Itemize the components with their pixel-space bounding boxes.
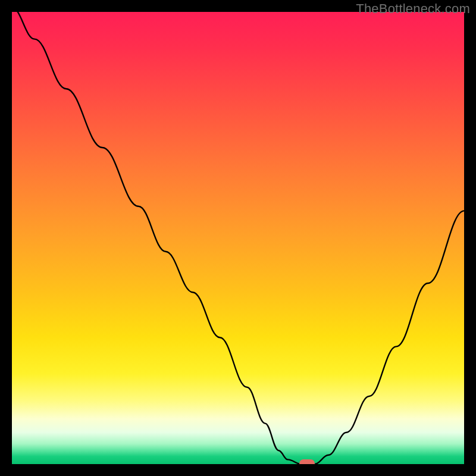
- optimal-marker: [299, 459, 315, 464]
- bottleneck-curve: [12, 12, 464, 464]
- plot-area: [12, 12, 464, 464]
- chart-frame: TheBottleneck.com: [0, 0, 476, 476]
- watermark-label: TheBottleneck.com: [356, 1, 470, 17]
- curve-path: [12, 12, 464, 464]
